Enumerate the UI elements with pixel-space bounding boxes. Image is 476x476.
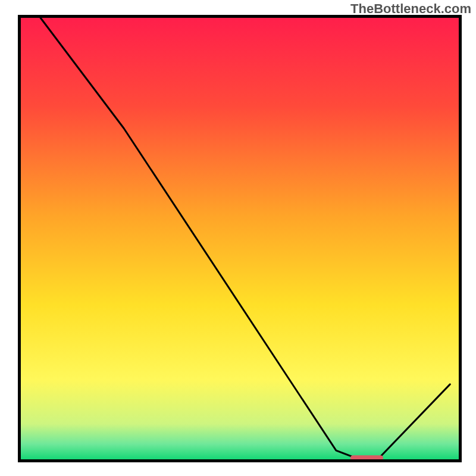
gradient-background (21, 18, 459, 459)
watermark-text: TheBottleneck.com (350, 1, 471, 17)
bottleneck-chart (0, 0, 476, 476)
chart-container: TheBottleneck.com (0, 0, 476, 476)
